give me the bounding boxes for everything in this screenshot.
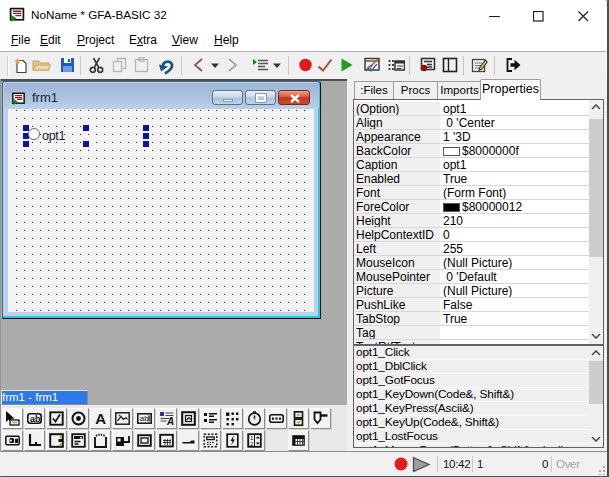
svg-text:ab: ab: [30, 414, 41, 424]
svg-text:ab: ab: [140, 414, 149, 423]
svg-text:A: A: [95, 411, 106, 426]
svg-text:A: A: [166, 416, 174, 426]
